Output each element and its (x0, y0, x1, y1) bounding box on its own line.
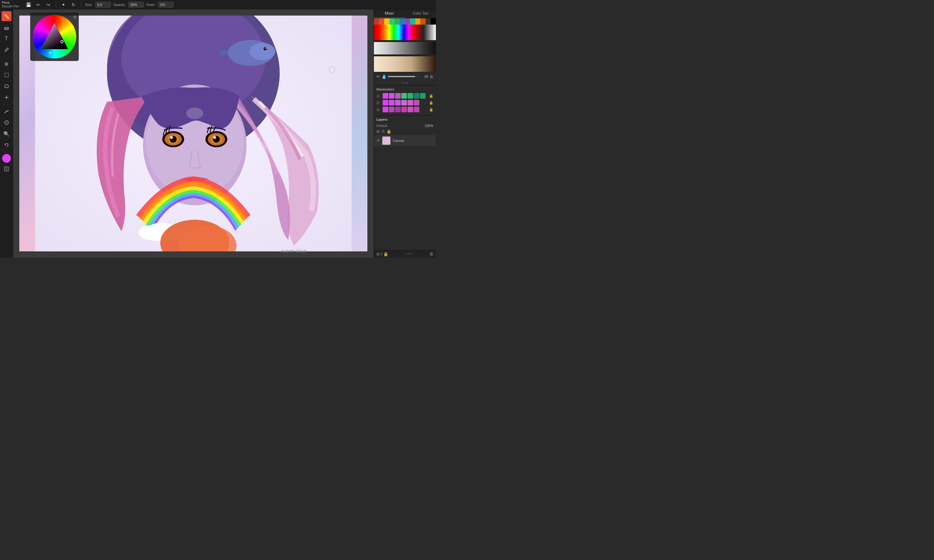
h-swatch-2-5[interactable] (407, 100, 413, 105)
harmony-lock-2[interactable]: 🔒 (429, 101, 433, 105)
warm-gradient-bar[interactable] (374, 56, 436, 72)
warp-button[interactable] (2, 92, 12, 102)
h-swatch-3-2[interactable] (389, 107, 395, 112)
layers-mask-icon[interactable]: 🔒 (383, 252, 388, 256)
h-swatch-2-1[interactable] (383, 100, 388, 105)
color-triangle-svg (40, 22, 69, 52)
size-value[interactable]: 8.0 (95, 2, 111, 8)
layers-section: Layers Default 100% ⊞ ⧉ 🔒 👁 Canvas › ⊞ (374, 115, 436, 258)
tab-mixer[interactable]: Mixer (374, 9, 405, 18)
layers-more-dots[interactable]: • • • (388, 252, 429, 256)
color-triangle-container[interactable] (40, 22, 69, 52)
top-bar: Pens Smooth Pen 💾 ↩ ↪ ✦ ↻ Size: 8.0 Opac… (0, 0, 436, 9)
swatch-darkgreen[interactable] (395, 18, 400, 25)
swatch-red[interactable] (374, 18, 379, 25)
h-swatch-2-2[interactable] (389, 100, 395, 105)
h-swatch-1-1[interactable] (383, 93, 388, 98)
blend-tool-button[interactable] (2, 118, 12, 128)
blend-button[interactable]: ↻ (70, 1, 77, 8)
undo-button[interactable]: ↩ (35, 1, 42, 8)
opacity-value[interactable]: 60% (128, 2, 144, 8)
harmony-lock-1[interactable]: 🔒 (429, 94, 433, 98)
swatch-purple[interactable] (405, 18, 410, 25)
tool-sep-3 (2, 152, 11, 152)
color-wheel[interactable] (33, 15, 76, 58)
lasso-button[interactable] (2, 81, 12, 91)
grain-value[interactable]: 0% (158, 2, 174, 8)
layers-title: Layers (376, 118, 387, 122)
svg-marker-40 (41, 23, 68, 49)
swatch-blue[interactable] (400, 18, 405, 25)
canvas-area[interactable]: ≡ Isabelle Staub (13, 9, 374, 258)
rotate-button[interactable] (2, 140, 12, 150)
pen-tool-button[interactable]: ✏️ (2, 11, 12, 21)
save-button[interactable]: 💾 (25, 1, 32, 8)
texture-button[interactable] (2, 164, 12, 174)
h-swatch-3-1[interactable] (383, 107, 388, 112)
layers-subheader: Default 100% (374, 123, 436, 129)
text-tool-button[interactable]: T (2, 34, 12, 43)
brush-size-slider[interactable] (388, 76, 422, 77)
smudge-button[interactable]: ✦ (60, 1, 67, 8)
harmony-swatches-1 (383, 93, 428, 98)
eyedropper-button[interactable] (2, 45, 12, 55)
brush-more-dots[interactable]: • • • (374, 81, 436, 85)
h-swatch-2-3[interactable] (395, 100, 401, 105)
h-swatch-1-6[interactable] (414, 93, 419, 98)
brush-slider-track[interactable] (388, 76, 422, 77)
h-swatch-3-3[interactable] (395, 107, 401, 112)
harmony-row-3: ◎ 🔒 (376, 107, 433, 112)
brush-pen-icon: ✏ (376, 74, 380, 79)
transform-button[interactable]: ⊕ (2, 59, 12, 69)
h-swatch-1-4[interactable] (401, 93, 407, 98)
layer-visibility-icon[interactable]: 👁 (376, 138, 380, 143)
layer-type-icons: ⊞ ⧉ 🔒 (374, 129, 436, 135)
color-cursor-secondary[interactable] (49, 52, 51, 54)
brush-delete-icon[interactable]: 🗑 (429, 74, 433, 79)
selection-button[interactable] (2, 70, 12, 80)
gray-gradient-bar[interactable] (374, 42, 436, 54)
h-swatch-1-5[interactable] (407, 93, 413, 98)
eraser-button[interactable] (2, 22, 12, 32)
tab-color-set[interactable]: Color Set (405, 9, 436, 18)
harmony-icon-2: ◎ (376, 100, 381, 105)
color-wheel-menu[interactable]: ≡ (74, 14, 76, 20)
layer-duplicate-icon[interactable]: ⧉ (382, 129, 384, 134)
layer-expand-icon[interactable]: › (432, 139, 433, 143)
color-cursor-primary[interactable] (60, 40, 63, 43)
swatch-orange[interactable] (415, 18, 421, 25)
h-swatch-3-6[interactable] (414, 107, 419, 112)
layer-add-group-icon[interactable]: ⊞ (376, 129, 380, 134)
swatch-teal[interactable] (410, 18, 415, 25)
swatch-lightred[interactable] (379, 18, 384, 25)
layers-delete-icon[interactable]: 🗑 (429, 252, 433, 256)
zoom-button[interactable]: 🔍 (2, 129, 12, 139)
h-swatch-2-4[interactable] (401, 100, 407, 105)
h-swatch-3-5[interactable] (407, 107, 413, 112)
harmony-icon-1: ◎ (376, 94, 381, 98)
app-category: Pens (2, 1, 19, 5)
layer-item[interactable]: 👁 Canvas › (374, 135, 436, 146)
layers-merge-icon[interactable]: ⇩ (380, 252, 383, 256)
mixer-area (374, 18, 436, 72)
smudge-tool-button[interactable] (2, 106, 12, 116)
swatch-black[interactable] (431, 18, 436, 25)
color-gradient-bar[interactable] (374, 25, 436, 40)
harmony-lock-3[interactable]: 🔒 (429, 108, 433, 112)
h-swatch-3-4[interactable] (401, 107, 407, 112)
left-toolbar: ✏️ T ⊕ 🔍 (0, 9, 13, 258)
layer-lock-icon[interactable]: 🔒 (386, 129, 391, 134)
h-swatch-1-2[interactable] (389, 93, 395, 98)
redo-button[interactable]: ↪ (45, 1, 52, 8)
swatch-darkorange[interactable] (420, 18, 425, 25)
layers-group-icon[interactable]: ⊞ (376, 252, 380, 256)
swatch-darkgray[interactable] (425, 18, 431, 25)
color-swatch-button[interactable] (2, 154, 11, 163)
h-swatch-1-7[interactable] (420, 93, 425, 98)
h-swatch-1-3[interactable] (395, 93, 401, 98)
swatch-green[interactable] (390, 18, 395, 25)
layer-group-name: Default (376, 124, 387, 128)
swatch-yellow[interactable] (384, 18, 390, 25)
h-swatch-2-6[interactable] (414, 100, 419, 105)
opacity-label: Opacity: (113, 3, 126, 6)
